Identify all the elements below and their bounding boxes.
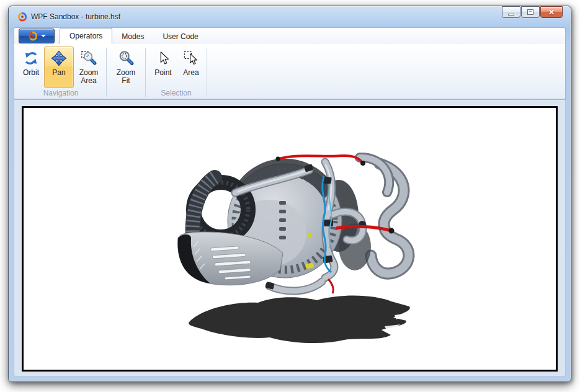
- app-logo-icon: [28, 31, 38, 41]
- ribbon-tabstrip: Operators Modes User Code: [14, 27, 566, 44]
- minimize-button[interactable]: [502, 6, 520, 18]
- area-select-icon: [182, 49, 200, 68]
- orbit-button-label: Orbit: [18, 69, 44, 77]
- tab-operators[interactable]: Operators: [60, 28, 112, 44]
- turbine-model: [176, 140, 419, 346]
- titlebar[interactable]: WPF Sandbox - turbine.hsf ✕: [9, 6, 571, 27]
- zoom-fit-button-label: Zoom Fit: [113, 69, 139, 85]
- point-select-icon: [154, 49, 172, 68]
- model-shadow: [189, 296, 410, 343]
- zoom-fit-button[interactable]: Zoom Fit: [109, 47, 143, 88]
- pan-button[interactable]: Pan: [44, 47, 74, 88]
- minimize-icon: [508, 14, 514, 16]
- group-label-selection: Selection: [146, 89, 206, 99]
- group-label-navigation: Navigation: [16, 89, 105, 99]
- close-icon: ✕: [548, 9, 555, 16]
- zoom-fit-icon: [117, 49, 135, 68]
- zoom-area-icon: [80, 49, 97, 68]
- ribbon-group-selection: Point Area Selection: [146, 46, 206, 99]
- desktop: WPF Sandbox - turbine.hsf ✕: [0, 0, 580, 392]
- orbit-icon: [22, 49, 40, 68]
- area-select-button-label: Area: [178, 69, 204, 77]
- tab-modes[interactable]: Modes: [112, 29, 153, 44]
- zoom-area-button[interactable]: Zoom Area: [74, 47, 104, 88]
- client-area: [14, 100, 566, 376]
- ribbon-group-zoom: Zoom Fit: [107, 46, 145, 99]
- pan-icon: [50, 49, 68, 68]
- pan-button-label: Pan: [46, 69, 72, 77]
- ribbon-group-navigation: Orbit: [16, 46, 105, 99]
- orbit-button[interactable]: Orbit: [18, 47, 44, 88]
- app-window: WPF Sandbox - turbine.hsf ✕: [8, 6, 571, 382]
- group-label-zoom: [107, 89, 145, 99]
- window-title: WPF Sandbox - turbine.hsf: [31, 12, 120, 21]
- ribbon-group-divider: [106, 48, 107, 97]
- area-select-button[interactable]: Area: [178, 47, 204, 88]
- zoom-area-button-label: Zoom Area: [76, 69, 102, 85]
- ribbon-group-divider: [207, 48, 207, 97]
- ribbon-group-divider: [145, 48, 146, 97]
- point-select-button[interactable]: Point: [148, 47, 178, 88]
- ribbon-tabs: Operators Modes User Code: [60, 28, 208, 44]
- maximize-icon: [527, 9, 533, 15]
- application-menu-button[interactable]: [19, 29, 55, 43]
- chevron-down-icon: [41, 35, 46, 37]
- close-button[interactable]: ✕: [540, 6, 563, 18]
- window-controls: ✕: [502, 6, 563, 18]
- tab-user-code[interactable]: User Code: [153, 29, 207, 44]
- maximize-button[interactable]: [521, 6, 540, 18]
- app-logo-icon: [17, 12, 27, 22]
- ribbon-band: Orbit: [14, 44, 566, 100]
- point-select-button-label: Point: [150, 69, 176, 77]
- 3d-viewport[interactable]: [22, 106, 558, 372]
